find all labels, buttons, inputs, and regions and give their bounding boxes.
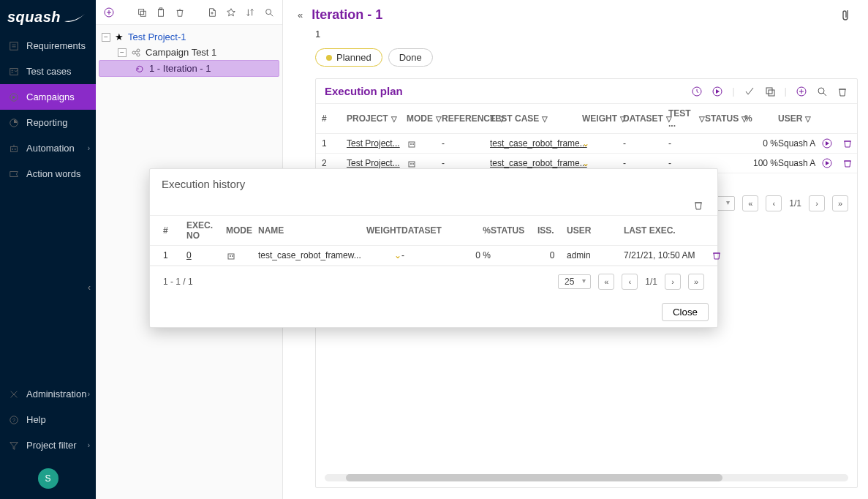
execution-history-modal: Execution history # EXEC. NO MODE NAME W… <box>149 168 718 328</box>
mcol-iss[interactable]: ISS. <box>537 225 567 236</box>
pager-last[interactable]: » <box>688 274 704 290</box>
svg-point-40 <box>230 255 231 257</box>
weight-icon: ⌄ <box>358 250 401 260</box>
pager-prev[interactable]: ‹ <box>622 274 638 290</box>
modal-overlay: Execution history # EXEC. NO MODE NAME W… <box>0 0 868 499</box>
mcol-mode[interactable]: MODE <box>226 225 258 236</box>
modal-range: 1 - 1 / 1 <box>163 277 193 287</box>
mcol-user[interactable]: USER <box>567 225 624 236</box>
mcol-weight[interactable]: WEIGHT <box>358 225 401 236</box>
mcol-execno[interactable]: EXEC. NO <box>186 220 226 241</box>
modal-grid-header: # EXEC. NO MODE NAME WEIGHT DATASET % ST… <box>150 215 717 246</box>
modal-title: Execution history <box>150 169 717 196</box>
delete-icon[interactable] <box>692 199 704 211</box>
mcell-lastexec: 7/21/21, 10:50 AM <box>624 250 712 260</box>
svg-point-41 <box>232 255 233 257</box>
mcell-execno[interactable]: 0 <box>186 250 226 260</box>
close-button[interactable]: Close <box>662 303 709 321</box>
mode-icon <box>226 250 258 260</box>
mcell-iss: 0 <box>537 250 567 260</box>
mcell-num: 1 <box>163 250 186 260</box>
mcol-pct[interactable]: % <box>453 225 491 236</box>
mcol-status[interactable]: STATUS <box>491 225 537 236</box>
mcell-user: admin <box>567 250 624 260</box>
mcell-dataset: - <box>401 250 453 260</box>
modal-row: 1 0 test_case_robot_framew... ⌄ - 0 % 0 … <box>150 246 717 266</box>
pager-first[interactable]: « <box>598 274 614 290</box>
modal-page-size[interactable]: 25 <box>558 274 591 289</box>
mcol-num[interactable]: # <box>163 225 186 236</box>
mcell-name: test_case_robot_framew... <box>258 250 358 260</box>
mcol-name[interactable]: NAME <box>258 225 358 236</box>
mcol-lastexec[interactable]: LAST EXEC. <box>624 225 712 236</box>
pager-page: 1/1 <box>645 277 657 287</box>
mcell-pct: 0 % <box>453 250 491 260</box>
mcol-dataset[interactable]: DATASET <box>401 225 453 236</box>
pager-next[interactable]: › <box>665 274 681 290</box>
delete-row-icon[interactable] <box>712 250 733 260</box>
